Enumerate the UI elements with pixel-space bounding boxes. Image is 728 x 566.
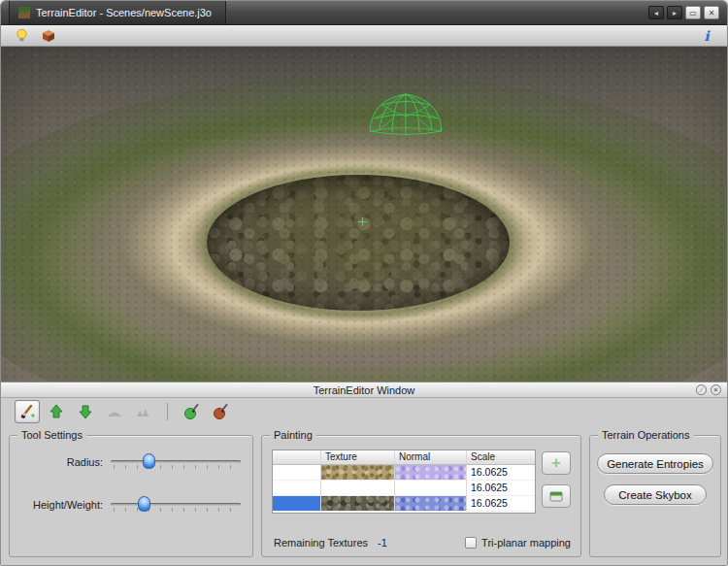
terrain-tools-toolbar <box>1 398 727 425</box>
dock-close-button[interactable]: ✕ <box>711 384 721 395</box>
lightbulb-icon <box>15 28 29 43</box>
restore-window-button[interactable]: ▭ <box>685 6 701 19</box>
viewport-3d[interactable] <box>1 47 728 382</box>
height-weight-slider[interactable] <box>109 494 243 516</box>
lavender-normal-thumbnail[interactable] <box>395 465 467 480</box>
toolbar-separator <box>167 403 168 420</box>
scroll-left-button[interactable]: ◂ <box>648 6 664 19</box>
lower-terrain-icon <box>76 402 95 421</box>
table-header: Texture Normal Scale <box>273 450 535 465</box>
empty-texture-cell[interactable] <box>321 481 395 495</box>
column-header-scale: Scale <box>467 450 535 464</box>
tool-settings-group: Tool Settings Radius: Height/Weight: <box>9 435 253 557</box>
rock-texture-thumbnail[interactable] <box>321 496 395 511</box>
info-icon: i <box>704 29 709 43</box>
smooth-terrain-icon <box>105 402 124 421</box>
column-header-normal: Normal <box>395 450 467 464</box>
paint-brush-tool-button[interactable] <box>15 400 40 423</box>
close-window-button[interactable]: ✕ <box>704 6 719 19</box>
terrain-operations-title: Terrain Operations <box>598 429 694 441</box>
scene-cube-button[interactable] <box>40 27 57 45</box>
scale-value[interactable]: 16.0625 <box>467 465 535 480</box>
table-row[interactable]: 16.0625 <box>273 465 535 481</box>
row-select-cell[interactable] <box>273 481 321 495</box>
tool-settings-title: Tool Settings <box>17 429 86 441</box>
create-skybox-button[interactable]: Create Skybox <box>604 484 707 505</box>
terrain-editor-app: TerrainEditor - Scenes/newScene.j3o ◂ ▸ … <box>0 0 728 566</box>
radius-slider-thumb[interactable] <box>143 453 155 469</box>
dock-panel-header[interactable]: TerrainEditor Window ∕ ✕ <box>1 382 727 398</box>
slider-track <box>111 503 241 506</box>
rough-terrain-button[interactable] <box>131 400 156 423</box>
height-weight-slider-thumb[interactable] <box>138 496 150 512</box>
texture-layers-table[interactable]: Texture Normal Scale 16.0625 16.0625 <box>272 449 536 514</box>
brush-crosshair <box>358 217 367 226</box>
crater-floor <box>207 175 510 311</box>
column-header-texture: Texture <box>321 450 395 464</box>
terrain-operations-group: Terrain Operations Generate Entropies Cr… <box>589 435 721 557</box>
editor-bottom-panel: Tool Settings Radius: Height/Weight: <box>1 425 727 565</box>
table-row[interactable]: 16.0625 <box>273 481 535 496</box>
texture-stack-icon <box>548 489 564 503</box>
plus-icon: + <box>551 455 560 471</box>
paint-brush-icon <box>17 402 37 421</box>
brush-wireframe-dome <box>366 87 446 138</box>
slider-ticks <box>114 508 241 512</box>
triplanar-label: Tri-planar mapping <box>481 537 571 549</box>
radius-slider[interactable] <box>109 451 243 473</box>
add-texture-layer-button[interactable]: + <box>542 451 571 475</box>
painting-title: Painting <box>270 429 316 441</box>
triplanar-checkbox-group: Tri-planar mapping <box>465 537 571 549</box>
generate-entropies-button[interactable]: Generate Entropies <box>597 453 713 474</box>
row-select-cell[interactable] <box>273 465 321 480</box>
radius-row: Radius: <box>19 451 243 473</box>
rough-terrain-icon <box>134 402 153 421</box>
window-title: TerrainEditor - Scenes/newScene.j3o <box>36 7 212 18</box>
radius-label: Radius: <box>19 456 109 468</box>
erase-texture-icon <box>211 402 230 421</box>
main-toolbar: i <box>1 25 727 47</box>
remaining-textures-value: -1 <box>378 537 387 549</box>
lower-terrain-button[interactable] <box>73 400 98 423</box>
table-row-selected[interactable]: 16.0625 <box>273 496 535 512</box>
paint-texture-button[interactable] <box>179 400 204 423</box>
erase-texture-button[interactable] <box>208 400 233 423</box>
scroll-right-button[interactable]: ▸ <box>667 6 682 19</box>
smooth-terrain-button[interactable] <box>102 400 127 423</box>
titlebar: TerrainEditor - Scenes/newScene.j3o ◂ ▸ … <box>1 1 727 25</box>
row-select-cell-selected[interactable] <box>273 496 321 511</box>
dock-minimize-button[interactable]: ∕ <box>696 384 707 395</box>
remaining-textures-label: Remaining Textures <box>274 537 368 549</box>
dock-title: TerrainEditor Window <box>314 384 415 396</box>
remove-texture-layer-button[interactable] <box>542 484 571 508</box>
height-weight-row: Height/Weight: <box>19 494 243 516</box>
cube-icon <box>41 28 56 44</box>
empty-normal-cell[interactable] <box>395 481 467 495</box>
document-tab[interactable]: TerrainEditor - Scenes/newScene.j3o <box>9 1 226 24</box>
light-toggle-button[interactable] <box>13 27 30 45</box>
height-weight-label: Height/Weight: <box>19 499 109 511</box>
raise-terrain-icon <box>47 402 66 421</box>
terrain-file-icon <box>18 7 30 18</box>
painting-footer: Remaining Textures -1 Tri-planar mapping <box>274 537 571 549</box>
painting-group: Painting Texture Normal Scale 16.0625 <box>261 435 581 557</box>
scale-value[interactable]: 16.0625 <box>467 496 535 511</box>
info-button[interactable]: i <box>698 27 715 45</box>
dock-controls: ∕ ✕ <box>696 384 721 395</box>
blue-normal-thumbnail[interactable] <box>395 496 467 511</box>
triplanar-checkbox[interactable] <box>465 537 477 549</box>
column-header-blank <box>273 450 321 464</box>
slider-track <box>111 460 241 463</box>
dirt-texture-thumbnail[interactable] <box>321 465 395 480</box>
paint-texture-icon <box>182 402 201 421</box>
slider-ticks <box>114 465 241 469</box>
raise-terrain-button[interactable] <box>44 400 69 423</box>
window-controls: ◂ ▸ ▭ ✕ <box>648 6 719 19</box>
scale-value[interactable]: 16.0625 <box>467 481 535 495</box>
